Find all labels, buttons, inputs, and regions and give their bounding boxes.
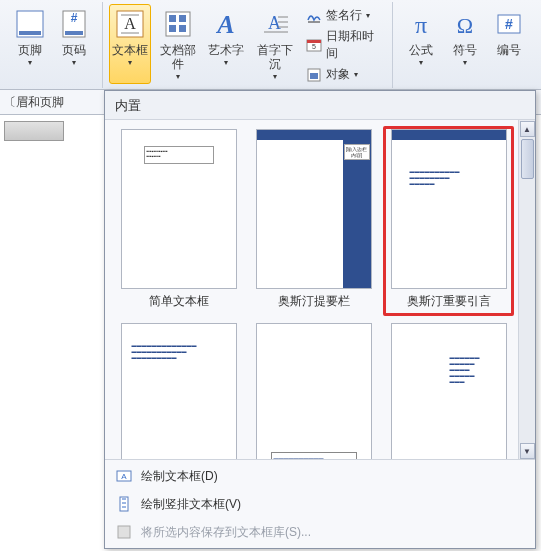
datetime-button[interactable]: 5 日期和时间 [304,27,384,63]
signature-line-label: 签名行 [326,7,362,24]
textbox-label: 文本框 [112,43,148,57]
svg-rect-12 [169,25,176,32]
svg-rect-25 [310,73,318,79]
gallery-footer-menu: A 绘制文本框(D) 绘制竖排文本框(V) 将所选内容保存到文本框库(S)... [105,459,535,548]
object-button[interactable]: 对象 ▾ [304,65,384,84]
symbol-label: 符号 [453,43,477,57]
gallery-item-austin-sidebar[interactable]: [输入边栏内容] 奥斯汀提要栏 [248,126,379,316]
svg-rect-1 [19,31,41,35]
svg-text:π: π [415,12,427,38]
footer-label: 页脚 [18,43,42,57]
draw-vertical-textbox-icon [115,495,133,513]
svg-text:5: 5 [312,43,316,50]
scroll-thumb[interactable] [521,139,534,179]
wordart-label: 艺术字 [208,43,244,57]
textbox-gallery-dropdown: 内置 ▪▪▪▪▪▪▪▪▪▪▪▪▪▪▪▪▪▪▪▪ 简单文本框 [输入边栏内容] 奥… [104,90,536,549]
docparts-button[interactable]: 文档部件 ▾ [151,4,205,84]
signature-line-button[interactable]: 签名行 ▾ [304,6,384,25]
signature-icon [306,8,322,24]
gallery-grid: ▪▪▪▪▪▪▪▪▪▪▪▪▪▪▪▪▪▪▪▪ 简单文本框 [输入边栏内容] 奥斯汀提… [105,120,518,459]
symbol-icon: Ω [448,7,482,41]
svg-text:A: A [121,472,127,481]
chevron-down-icon: ▾ [128,58,132,67]
chevron-down-icon: ▾ [72,58,76,67]
gallery-item-simple-textbox[interactable]: ▪▪▪▪▪▪▪▪▪▪▪▪▪▪▪▪▪▪▪▪ 简单文本框 [113,126,244,316]
gallery-thumb: ▬▬▬▬▬▬▬▬▬▬▬▬▬▬▬▬▬▬▬▬▬▬▬ [391,129,507,289]
gallery-item-border-quote[interactable]: ▬▬▬▬▬▬▬▬▬▬▬▬▬▬▬▬▬ 边线型引述 [248,320,379,459]
gallery-item-traditional-sidebar[interactable]: ▬▬▬▬▬▬▬▬▬▬▬▬▬▬▬▬▬▬▬▬▬▬▬ 传统型提要栏 [383,320,514,459]
docparts-icon [161,7,195,41]
gallery-scrollbar[interactable]: ▲ ▼ [518,120,535,459]
gallery-thumb: ▬▬▬▬▬▬▬▬▬▬▬▬▬▬▬▬▬▬▬▬▬▬▬ [391,323,507,459]
symbol-button[interactable]: Ω 符号 ▾ [443,4,487,84]
chevron-down-icon: ▾ [273,72,277,81]
dropcap-icon: A [258,7,292,41]
equation-icon: π [404,7,438,41]
ribbon-group-symbols: π 公式 ▾ Ω 符号 ▾ # 编号 [393,2,537,88]
gallery-section-header: 内置 [105,91,535,120]
equation-button[interactable]: π 公式 ▾ [399,4,443,84]
scroll-up-button[interactable]: ▲ [520,121,535,137]
page-number-button[interactable]: # 页码 ▾ [52,4,96,84]
textbox-button[interactable]: A 文本框 ▾ [109,4,151,84]
chevron-down-icon: ▾ [463,58,467,67]
dropcap-button[interactable]: A 首字下沉 ▾ [248,4,302,84]
draw-textbox-icon: A [115,467,133,485]
dropcap-label: 首字下沉 [251,43,299,71]
scroll-down-button[interactable]: ▼ [520,443,535,459]
svg-text:#: # [505,16,513,32]
text-group-side: 签名行 ▾ 5 日期和时间 对象 ▾ [302,4,386,86]
wordart-icon: A [209,7,243,41]
svg-text:Ω: Ω [457,13,473,38]
draw-vertical-textbox-label: 绘制竖排文本框(V) [141,496,241,513]
draw-vertical-textbox-menuitem[interactable]: 绘制竖排文本框(V) [113,492,527,516]
chevron-down-icon: ▾ [28,58,32,67]
context-tab-label: 〔眉和页脚 [4,94,64,111]
object-icon [306,67,322,83]
svg-rect-13 [179,25,186,32]
textbox-icon: A [113,7,147,41]
gallery-thumb: ▬▬▬▬▬▬▬▬▬▬▬▬▬▬▬▬▬ [256,323,372,459]
document-fragment [4,121,64,141]
sidebar-placeholder: [输入边栏内容] [344,144,370,160]
ribbon-group-header-footer: 页脚 ▾ # 页码 ▾ [2,2,103,88]
chevron-down-icon: ▾ [366,11,370,20]
gallery-wrap: ▪▪▪▪▪▪▪▪▪▪▪▪▪▪▪▪▪▪▪▪ 简单文本框 [输入边栏内容] 奥斯汀提… [105,120,535,459]
footer-button[interactable]: 页脚 ▾ [8,4,52,84]
gallery-thumb: ▬▬▬▬▬▬▬▬▬▬▬▬▬▬▬▬▬▬▬▬▬▬▬▬▬▬▬▬▬▬▬▬▬ [121,323,237,459]
draw-textbox-menuitem[interactable]: A 绘制文本框(D) [113,464,527,488]
ribbon: 页脚 ▾ # 页码 ▾ A 文本框 ▾ 文档部件 ▾ [0,0,541,90]
draw-textbox-label: 绘制文本框(D) [141,468,218,485]
object-label: 对象 [326,66,350,83]
gallery-caption: 奥斯汀重要引言 [407,293,491,310]
gallery-thumb: [输入边栏内容] [256,129,372,289]
number-label: 编号 [497,43,521,57]
wordart-button[interactable]: A 艺术字 ▾ [205,4,247,84]
equation-label: 公式 [409,43,433,57]
svg-rect-10 [169,15,176,22]
svg-text:A: A [216,10,235,39]
datetime-icon: 5 [306,37,322,53]
chevron-down-icon: ▾ [176,72,180,81]
gallery-caption: 奥斯汀提要栏 [278,293,350,310]
gallery-item-border-sidebar[interactable]: ▬▬▬▬▬▬▬▬▬▬▬▬▬▬▬▬▬▬▬▬▬▬▬▬▬▬▬▬▬▬▬▬▬ 边线型提要栏 [113,320,244,459]
number-button[interactable]: # 编号 [487,4,531,84]
svg-text:#: # [71,11,78,25]
chevron-down-icon: ▾ [224,58,228,67]
gallery-caption: 简单文本框 [149,293,209,310]
chevron-down-icon: ▾ [419,58,423,67]
gallery-thumb: ▪▪▪▪▪▪▪▪▪▪▪▪▪▪▪▪▪▪▪▪ [121,129,237,289]
svg-text:A: A [268,13,281,33]
svg-rect-11 [179,15,186,22]
datetime-label: 日期和时间 [326,28,382,62]
svg-rect-36 [118,526,130,538]
gallery-item-austin-quote[interactable]: ▬▬▬▬▬▬▬▬▬▬▬▬▬▬▬▬▬▬▬▬▬▬▬ 奥斯汀重要引言 [383,126,514,316]
page-number-label: 页码 [62,43,86,57]
save-selection-menuitem: 将所选内容保存到文本框库(S)... [113,520,527,544]
footer-icon [13,7,47,41]
document-area [0,115,95,147]
number-icon: # [492,7,526,41]
save-selection-label: 将所选内容保存到文本框库(S)... [141,524,311,541]
ribbon-group-text: A 文本框 ▾ 文档部件 ▾ A 艺术字 ▾ A 首字下沉 ▾ [103,2,393,88]
svg-rect-4 [65,31,83,35]
